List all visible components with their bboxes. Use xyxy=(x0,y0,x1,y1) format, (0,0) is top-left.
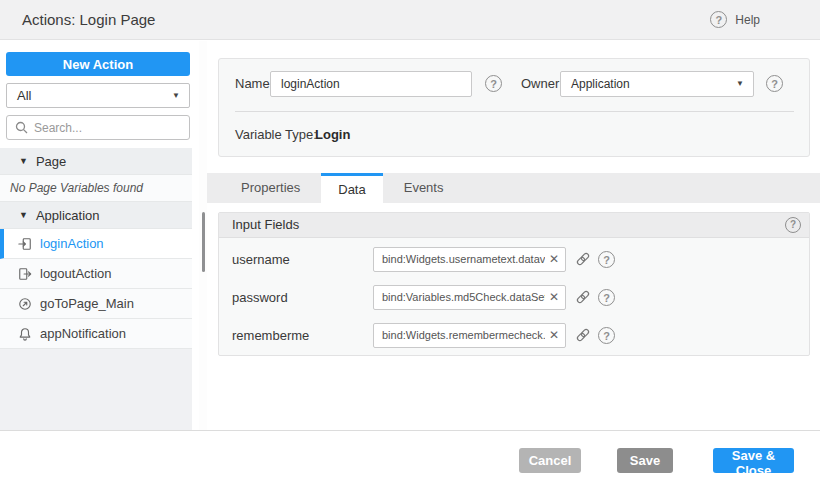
chevron-down-icon xyxy=(736,72,744,96)
search-input[interactable] xyxy=(34,121,181,135)
help-label: Help xyxy=(735,13,760,27)
collapse-arrow-icon xyxy=(19,210,28,220)
main-content: Name: * Owner: * Application Variable Ty… xyxy=(207,41,820,430)
section-application[interactable]: Application xyxy=(0,202,192,229)
name-help-icon[interactable] xyxy=(485,75,502,92)
tab-bar: Properties Data Events xyxy=(207,173,820,203)
filter-dropdown[interactable]: All xyxy=(6,83,190,108)
cancel-button[interactable]: Cancel xyxy=(519,448,581,473)
save-close-button[interactable]: Save & Close xyxy=(713,448,794,473)
variable-type-label: Variable Type: xyxy=(235,122,317,148)
input-field-row-password: password bind:Variables.md5Check.dataSet… xyxy=(219,285,809,310)
sidebar-item-label: logoutAction xyxy=(40,266,112,281)
section-page[interactable]: Page xyxy=(0,148,192,175)
save-button[interactable]: Save xyxy=(617,448,673,473)
field-label: rememberme xyxy=(232,323,309,348)
help-button[interactable]: Help xyxy=(710,11,760,28)
variables-sidebar: New Action All Page No Page Variables fo… xyxy=(0,41,192,430)
sidebar-item-label: goToPage_Main xyxy=(40,296,134,311)
filter-dropdown-value: All xyxy=(17,88,31,103)
input-fields-title: Input Fields xyxy=(232,217,299,232)
sidebar-item-label: appNotification xyxy=(40,326,126,341)
bind-link-icon[interactable] xyxy=(575,251,591,271)
bind-expression-value: bind:Variables.md5Check.dataSet.valu xyxy=(382,286,545,309)
variable-type-value: Login xyxy=(315,122,350,148)
sidebar-item-appnotification[interactable]: appNotification xyxy=(0,319,192,349)
new-action-button[interactable]: New Action xyxy=(6,52,190,76)
page-header: Actions: Login Page Help xyxy=(0,0,820,40)
sidebar-item-loginaction[interactable]: loginAction xyxy=(0,229,192,259)
sidebar-item-logoutaction[interactable]: logoutAction xyxy=(0,259,192,289)
input-field-row-username: username bind:Widgets.usernametext.datav… xyxy=(219,247,809,272)
bind-link-icon[interactable] xyxy=(575,289,591,309)
field-label: username xyxy=(232,247,290,272)
vertical-scrollbar[interactable] xyxy=(202,212,205,272)
field-help-icon[interactable] xyxy=(598,251,615,268)
action-summary-panel: Name: * Owner: * Application Variable Ty… xyxy=(218,58,810,157)
panel-divider xyxy=(235,111,794,112)
sidebar-item-gotopage-main[interactable]: goToPage_Main xyxy=(0,289,192,319)
goto-page-icon xyxy=(18,297,32,311)
page-empty-message: No Page Variables found xyxy=(0,175,192,202)
input-field-row-rememberme: rememberme bind:Widgets.remembermecheck.… xyxy=(219,323,809,348)
clear-bind-icon[interactable] xyxy=(546,286,562,309)
chevron-down-icon xyxy=(172,84,180,107)
input-fields-panel: Input Fields username bind:Widgets.usern… xyxy=(218,212,810,356)
footer-action-bar: Cancel Save Save & Close xyxy=(0,430,820,486)
bind-expression-input[interactable]: bind:Widgets.remembermecheck.datav xyxy=(373,323,566,348)
notification-icon xyxy=(18,327,32,341)
section-page-label: Page xyxy=(36,154,66,169)
bind-expression-input[interactable]: bind:Widgets.usernametext.datavalue xyxy=(373,247,566,272)
variables-list: Page No Page Variables found Application… xyxy=(0,148,192,430)
owner-help-icon[interactable] xyxy=(766,75,783,92)
owner-dropdown-value: Application xyxy=(571,77,630,91)
bind-link-icon[interactable] xyxy=(575,327,591,347)
tab-data[interactable]: Data xyxy=(321,173,382,203)
section-application-label: Application xyxy=(36,208,100,223)
tab-events[interactable]: Events xyxy=(383,173,465,203)
tab-properties[interactable]: Properties xyxy=(220,173,321,203)
owner-dropdown[interactable]: Application xyxy=(560,71,754,97)
input-fields-help-icon[interactable] xyxy=(785,217,801,233)
clear-bind-icon[interactable] xyxy=(546,324,562,347)
field-help-icon[interactable] xyxy=(598,289,615,306)
bind-expression-input[interactable]: bind:Variables.md5Check.dataSet.valu xyxy=(373,285,566,310)
page-title: Actions: Login Page xyxy=(22,11,155,28)
login-icon xyxy=(18,237,32,251)
field-help-icon[interactable] xyxy=(598,327,615,344)
help-icon xyxy=(710,11,727,28)
search-icon xyxy=(15,121,28,134)
bind-expression-value: bind:Widgets.remembermecheck.datav xyxy=(382,324,545,347)
sidebar-item-label: loginAction xyxy=(40,236,104,251)
search-box xyxy=(6,115,190,140)
logout-icon xyxy=(18,267,32,281)
bind-expression-value: bind:Widgets.usernametext.datavalue xyxy=(382,248,545,271)
input-fields-header: Input Fields xyxy=(219,213,809,238)
name-input[interactable] xyxy=(270,71,472,97)
collapse-arrow-icon xyxy=(19,156,28,166)
field-label: password xyxy=(232,285,288,310)
clear-bind-icon[interactable] xyxy=(546,248,562,271)
